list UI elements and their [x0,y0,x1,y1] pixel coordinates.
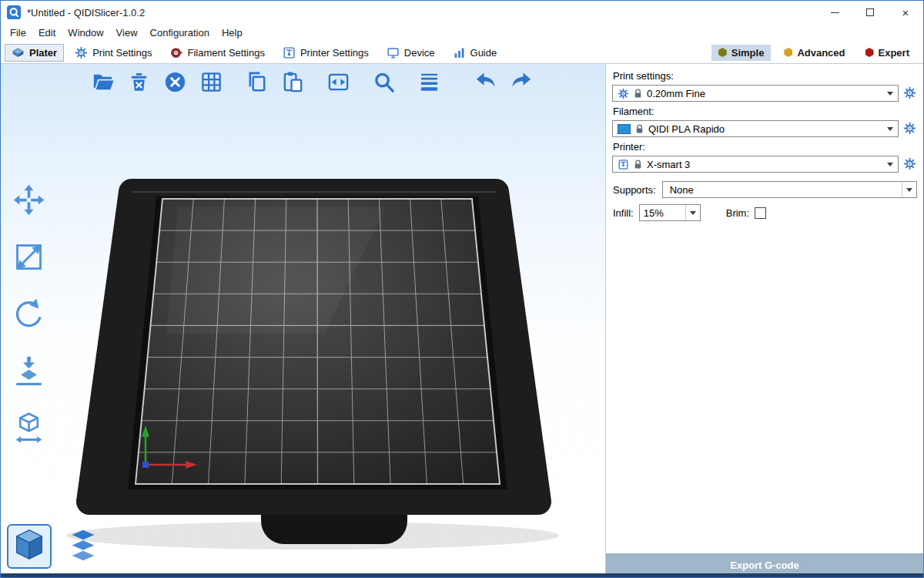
3d-editor-view-button[interactable] [7,524,52,569]
tab-guide[interactable]: Guide [446,44,504,62]
redo-icon [510,70,534,97]
undo-button[interactable] [470,68,500,99]
infill-label: Infill: [613,207,634,219]
rotate-tool-button[interactable] [8,295,49,335]
print-settings-value: 0.20mm Fine [647,88,705,99]
view-switch [7,524,105,569]
viewport-canvas[interactable] [1,64,605,576]
menu-configuration[interactable]: Configuration [144,25,216,40]
filament-color-swatch [618,124,631,134]
tab-plater[interactable]: Plater [5,44,64,62]
window-bottom-border [1,573,923,577]
copy-button[interactable] [241,68,272,99]
variable-layer-height-button[interactable] [413,68,444,99]
combo-separator [902,182,902,197]
settings-sidebar: Print settings: 0.20mm Fine Filament: [605,64,923,576]
printer-icon [283,46,296,59]
tab-label: Printer Settings [300,47,369,59]
minimize-icon [831,12,839,13]
minimize-button[interactable] [817,1,852,24]
move-tool-icon [12,183,46,220]
window-title: *Untitled - QIDISlicer-1.0.2 [27,7,145,18]
measure-tool-icon [12,411,46,449]
mode-advanced[interactable]: Advanced [777,45,852,61]
lock-icon [634,160,642,170]
printer-combo[interactable]: X-smart 3 [612,156,899,173]
rotate-tool-icon [12,297,46,334]
chevron-down-icon [906,188,912,192]
tab-printer-settings[interactable]: Printer Settings [276,44,376,62]
printer-value: X-smart 3 [647,159,690,170]
tab-device[interactable]: Device [380,44,442,62]
move-tool-button[interactable] [8,181,49,221]
brim-checkbox[interactable] [755,207,766,219]
preview-layers-icon [65,527,101,566]
supports-combo[interactable]: None [662,181,917,198]
place-on-face-tool-button[interactable] [8,352,49,392]
lock-icon [634,89,642,99]
gear-icon [618,88,629,99]
printer-icon [618,159,629,170]
close-button[interactable]: × [888,1,923,24]
mode-simple[interactable]: Simple [711,45,772,61]
brim-label: Brim: [726,207,749,219]
open-button[interactable] [87,68,118,99]
tab-filament-settings[interactable]: Filament Settings [162,44,271,62]
title-bar: *Untitled - QIDISlicer-1.0.2 × [1,1,923,24]
tab-print-settings[interactable]: Print Settings [68,44,159,62]
arrange-icon [199,70,223,97]
3d-editor-view-icon [12,527,47,566]
delete-button[interactable] [123,68,154,99]
supports-label: Supports: [613,184,656,196]
infill-combo[interactable]: 15% [639,204,701,221]
menu-edit[interactable]: Edit [32,25,62,40]
arrange-button[interactable] [196,68,226,99]
print-bed-3d [1,64,605,576]
measure-tool-button[interactable] [8,409,49,449]
print-settings-gear-button[interactable] [903,86,917,100]
supports-value: None [670,184,694,196]
mode-selector: Simple Advanced Expert [711,45,919,61]
filament-gear-button[interactable] [903,122,917,136]
viewport-toolbar [87,68,542,99]
maximize-icon [866,8,874,16]
printer-gear-button[interactable] [903,157,917,171]
delete-all-icon [163,70,187,97]
chevron-down-icon [887,92,893,96]
device-monitor-icon [387,46,400,59]
chevron-down-icon [887,127,893,131]
tab-label: Filament Settings [187,47,264,59]
filament-combo[interactable]: QIDI PLA Rapido [612,120,899,137]
chevron-down-icon [887,163,893,166]
scale-tool-button[interactable] [8,238,49,278]
menu-help[interactable]: Help [216,25,249,40]
app-logo-icon [7,5,21,19]
preview-layers-button[interactable] [61,524,105,569]
mode-expert[interactable]: Expert [859,45,916,61]
split-objects-button[interactable] [323,68,353,99]
open-folder-icon [91,70,115,97]
printer-label: Printer: [613,141,917,153]
filament-value: QIDI PLA Rapido [648,123,725,135]
menu-view[interactable]: View [110,25,144,40]
scale-tool-icon [12,240,46,277]
gear-icon [75,46,88,59]
delete-all-button[interactable] [159,68,190,99]
delete-icon [127,70,151,97]
menu-window[interactable]: Window [62,25,109,40]
guide-bars-icon [453,46,466,59]
copy-icon [245,70,269,97]
advanced-mode-dot-icon [784,48,792,57]
mode-label: Advanced [797,47,845,59]
maximize-button[interactable] [852,1,888,24]
search-button[interactable] [368,68,399,99]
paste-icon [281,70,305,97]
redo-button[interactable] [506,68,537,99]
tab-label: Print Settings [92,47,152,59]
expert-mode-dot-icon [865,48,874,57]
print-settings-combo[interactable]: 0.20mm Fine [612,85,899,102]
paste-button[interactable] [277,68,308,99]
menu-bar: File Edit Window View Configuration Help [1,24,923,42]
mode-label: Simple [732,47,765,59]
menu-file[interactable]: File [4,25,32,40]
